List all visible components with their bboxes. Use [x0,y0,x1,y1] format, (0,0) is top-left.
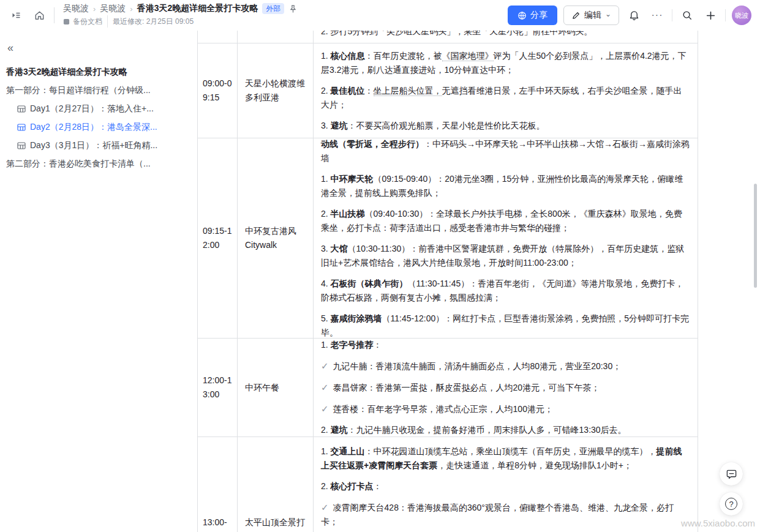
itinerary-row-3: 12:00-13:00中环午餐1. 老字号推荐：✓九记牛腩：香港顶流牛腩面，清汤… [198,339,698,437]
detail-cell: 1. 核心信息：百年历史渡轮，被《国家地理》评为「人生50个必到景点」，上层票价… [314,43,698,138]
breadcrumb-item[interactable]: 吴晓波 [63,3,89,14]
outline-item-label: 第一部分：每日超详细行程（分钟级... [6,85,151,96]
time-cell: 09:00-09:15 [198,43,238,138]
activity-cell: 天星小轮横渡维多利亚港 [238,43,314,138]
panel-toggle-icon[interactable] [7,7,24,24]
itinerary-table: 2. 步行5分钟到「尖沙咀天星码头」，乘坐「天星小轮」前往中环码头。09:00-… [197,9,698,532]
check-icon: ✓ [321,502,329,512]
detail-cell: 动线（零折返，全程步行）：中环码头→中环摩天轮→中环半山扶梯→大馆→石板街→嘉咸… [314,138,698,339]
detail-line: 1. 中环摩天轮（09:15-09:40）：20港元坐3圈，15分钟，亚洲性价比… [321,172,690,200]
detail-line: ✓莲香楼：百年老字号早茶，港式点心正宗，人均100港元； [321,402,690,416]
outline-item-label: 第二部分：香港必吃美食打卡清单（... [6,159,151,170]
detail-line: 4. 石板街（砵典乍街）（11:30-11:45）：香港百年老街，《无间道》等港… [321,277,690,305]
outline-list: 第一部分：每日超详细行程（分钟级...Day1（2月27日）：落地入住+...D… [6,81,189,173]
detail-line: ✓泰昌饼家：香港第一蛋挞，酥皮蛋挞必点，人均20港元，可当下午茶； [321,380,690,395]
page-title: 香港3天2晚超详细全景打卡攻略 [137,3,258,14]
detail-line: 2. 核心打卡点： [321,479,690,493]
breadcrumb-separator: › [130,4,132,13]
share-button[interactable]: 分享 [508,6,557,25]
check-icon: ✓ [321,382,329,392]
detail-line: 2. 避坑：九记牛腩只收现金，提前备好港币，周末排队人多，可错峰13:30后去。 [321,423,690,437]
header-divider [54,7,55,23]
plus-icon[interactable] [702,7,719,24]
notification-bell-icon[interactable] [625,7,642,24]
vertical-scrollbar[interactable] [754,184,757,288]
outline-title[interactable]: 香港3天2晚超详细全景打卡攻略 [6,66,189,78]
edit-button[interactable]: 编辑 ⌄ [563,6,619,25]
watermark: www.5xiaobo.com [681,518,755,528]
itinerary-row-1: 09:00-09:15天星小轮横渡维多利亚港1. 核心信息：百年历史渡轮，被《国… [198,43,698,138]
table-icon [17,123,26,132]
check-icon: ✓ [321,361,329,371]
detail-line: 1. 交通上山：中环花园道山顶缆车总站，乘坐山顶缆车（百年历史，亚洲最早的缆车）… [321,444,690,473]
breadcrumb-item[interactable]: 吴晓波 [100,3,126,14]
detail-line: 1. 核心信息：百年历史渡轮，被《国家地理》评为「人生50个必到景点」，上层票价… [321,49,690,77]
detail-line: 3. 避坑：不要买高价观光船票，天星小轮是性价比天花板。 [321,119,690,133]
chevron-down-icon: ⌄ [605,10,611,18]
detail-cell: 1. 交通上山：中环花园道山顶缆车总站，乘坐山顶缆车（百年历史，亚洲最早的缆车）… [314,437,698,532]
outline-item-3[interactable]: Day3（3月1日）：祈福+旺角精... [6,137,189,155]
outline-panel: « 香港3天2晚超详细全景打卡攻略 第一部分：每日超详细行程（分钟级...Day… [0,31,193,173]
detail-line: 1. 老字号推荐： [321,338,690,352]
outline-item-1[interactable]: Day1（2月27日）：落地入住+... [6,100,189,118]
outline-item-0[interactable]: 第一部分：每日超详细行程（分钟级... [6,81,189,100]
top-bar: 吴晓波 › 吴晓波 › 香港3天2晚超详细全景打卡攻略 外部 备份文档 最近修改… [0,0,760,31]
detail-line: ✓九记牛腩：香港顶流牛腩面，清汤牛腩面必点，人均80港元，营业至20:30； [321,359,690,373]
more-options-icon[interactable]: ··· [649,7,666,24]
search-icon[interactable] [679,7,696,24]
home-icon[interactable] [31,7,48,24]
outline-item-label: Day1（2月27日）：落地入住+... [30,103,154,114]
outline-item-2[interactable]: Day2（2月28日）：港岛全景深... [6,118,189,137]
detail-line: 3. 大馆（10:30-11:30）：前香港中区警署建筑群，免费开放（特展除外）… [321,242,690,270]
backup-doc-icon [63,18,70,25]
itinerary-row-2: 09:15-12:00中环复古港风Citywalk动线（零折返，全程步行）：中环… [198,138,698,339]
detail-line: 2. 最佳机位：坐上层船头位置，无遮挡看维港日景，左手中环天际线，右手尖沙咀全景… [321,84,690,112]
table-icon [17,105,26,114]
pin-icon[interactable] [288,4,298,13]
activity-cell: 太平山顶全景打 [238,437,314,532]
outline-item-4[interactable]: 第二部分：香港必吃美食打卡清单（... [6,155,189,173]
time-cell: 13:00- [198,437,238,532]
itinerary-row-4: 13:00-太平山顶全景打1. 交通上山：中环花园道山顶缆车总站，乘坐山顶缆车（… [198,437,698,532]
pencil-icon [571,11,581,20]
collapse-outline-icon[interactable]: « [6,42,189,54]
activity-cell: 中环午餐 [238,339,314,437]
detail-line: ✓凌霄阁摩天台428：香港海拔最高的360°观景台，俯瞰整个香港岛、维港、九龙全… [321,500,690,529]
table-icon [17,141,26,151]
question-icon: ? [725,498,737,510]
check-icon: ✓ [321,403,329,414]
last-modified: 最近修改: 2月25日 09:05 [113,17,194,27]
detail-line: 动线（零折返，全程步行）：中环码头→中环摩天轮→中环半山扶梯→大馆→石板街→嘉咸… [321,137,690,165]
outline-item-label: Day2（2月28日）：港岛全景深... [30,122,157,133]
external-badge: 外部 [262,3,284,14]
detail-line: 5. 嘉咸街涂鸦墙（11:45-12:00）：网红打卡点，巨型香港街景涂鸦，免费… [321,312,690,340]
detail-cell: 1. 老字号推荐：✓九记牛腩：香港顶流牛腩面，清汤牛腩面必点，人均80港元，营业… [314,339,698,437]
doc-type-label: 备份文档 [73,17,102,27]
outline-item-label: Day3（3月1日）：祈福+旺角精... [30,140,157,151]
time-cell: 09:15-12:00 [198,138,238,339]
globe-icon [517,11,527,20]
help-float-button[interactable]: ? [720,492,743,515]
breadcrumb-separator: › [93,4,96,13]
detail-line: 2. 半山扶梯（09:40-10:30）：全球最长户外扶手电梯，全长800米，《… [321,207,690,235]
breadcrumb: 吴晓波 › 吴晓波 › 香港3天2晚超详细全景打卡攻略 外部 备份文档 最近修改… [63,3,298,28]
time-cell: 12:00-13:00 [198,339,238,437]
activity-cell: 中环复古港风Citywalk [238,138,314,339]
comment-float-button[interactable] [720,462,743,485]
avatar[interactable]: 晓波 [732,6,751,25]
